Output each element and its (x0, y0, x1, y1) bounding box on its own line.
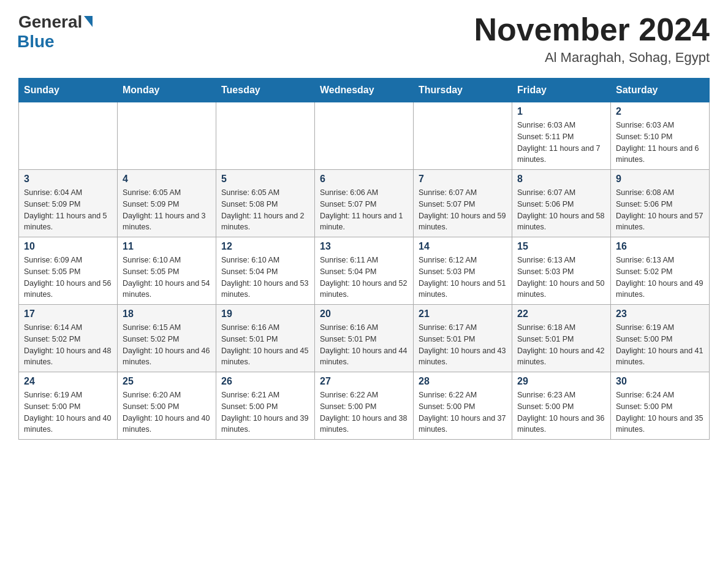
calendar-week-row: 17Sunrise: 6:14 AMSunset: 5:02 PMDayligh… (19, 305, 710, 372)
calendar-cell: 18Sunrise: 6:15 AMSunset: 5:02 PMDayligh… (118, 305, 216, 372)
calendar-cell: 14Sunrise: 6:12 AMSunset: 5:03 PMDayligh… (414, 237, 512, 305)
day-number: 11 (123, 241, 211, 252)
logo-word-general: General (18, 12, 82, 32)
day-number: 26 (221, 376, 309, 387)
column-header-tuesday: Tuesday (216, 79, 315, 102)
day-info: Sunrise: 6:24 AMSunset: 5:00 PMDaylight:… (616, 389, 704, 435)
calendar-cell: 2Sunrise: 6:03 AMSunset: 5:10 PMDaylight… (611, 102, 710, 170)
calendar-cell (315, 102, 414, 170)
day-info: Sunrise: 6:09 AMSunset: 5:05 PMDaylight:… (24, 255, 112, 301)
day-number: 12 (221, 241, 309, 252)
calendar-cell: 8Sunrise: 6:07 AMSunset: 5:06 PMDaylight… (512, 170, 611, 237)
day-number: 24 (24, 376, 112, 387)
calendar-body: 1Sunrise: 6:03 AMSunset: 5:11 PMDaylight… (19, 102, 710, 440)
calendar-cell: 20Sunrise: 6:16 AMSunset: 5:01 PMDayligh… (315, 305, 414, 372)
calendar-cell (414, 102, 512, 170)
calendar-cell: 29Sunrise: 6:23 AMSunset: 5:00 PMDayligh… (512, 372, 611, 440)
day-number: 15 (517, 241, 605, 252)
day-number: 7 (419, 174, 507, 185)
day-info: Sunrise: 6:22 AMSunset: 5:00 PMDaylight:… (419, 389, 507, 435)
calendar-cell: 11Sunrise: 6:10 AMSunset: 5:05 PMDayligh… (118, 237, 216, 305)
calendar-cell: 5Sunrise: 6:05 AMSunset: 5:08 PMDaylight… (216, 170, 315, 237)
calendar-cell: 13Sunrise: 6:11 AMSunset: 5:04 PMDayligh… (315, 237, 414, 305)
calendar-cell: 21Sunrise: 6:17 AMSunset: 5:01 PMDayligh… (414, 305, 512, 372)
column-header-saturday: Saturday (611, 79, 710, 102)
calendar-week-row: 10Sunrise: 6:09 AMSunset: 5:05 PMDayligh… (19, 237, 710, 305)
day-number: 1 (517, 106, 605, 117)
day-number: 13 (320, 241, 408, 252)
day-info: Sunrise: 6:07 AMSunset: 5:06 PMDaylight:… (517, 187, 605, 233)
calendar-cell: 4Sunrise: 6:05 AMSunset: 5:09 PMDaylight… (118, 170, 216, 237)
calendar-cell: 12Sunrise: 6:10 AMSunset: 5:04 PMDayligh… (216, 237, 315, 305)
calendar-cell: 17Sunrise: 6:14 AMSunset: 5:02 PMDayligh… (19, 305, 118, 372)
logo-triangle-icon (84, 16, 93, 27)
day-number: 17 (24, 308, 112, 320)
day-info: Sunrise: 6:23 AMSunset: 5:00 PMDaylight:… (517, 389, 605, 435)
day-number: 9 (616, 174, 704, 185)
day-number: 20 (320, 308, 408, 320)
column-header-monday: Monday (118, 79, 216, 102)
day-info: Sunrise: 6:19 AMSunset: 5:00 PMDaylight:… (616, 322, 704, 368)
calendar-cell: 30Sunrise: 6:24 AMSunset: 5:00 PMDayligh… (611, 372, 710, 440)
calendar-cell: 23Sunrise: 6:19 AMSunset: 5:00 PMDayligh… (611, 305, 710, 372)
calendar-cell: 28Sunrise: 6:22 AMSunset: 5:00 PMDayligh… (414, 372, 512, 440)
page-header: General Blue November 2024 Al Maraghah, … (18, 12, 710, 66)
logo: General Blue (18, 12, 93, 52)
calendar-subtitle: Al Maraghah, Sohag, Egypt (474, 50, 710, 66)
day-info: Sunrise: 6:07 AMSunset: 5:07 PMDaylight:… (419, 187, 507, 233)
column-header-friday: Friday (512, 79, 611, 102)
calendar-week-row: 3Sunrise: 6:04 AMSunset: 5:09 PMDaylight… (19, 170, 710, 237)
calendar-cell: 6Sunrise: 6:06 AMSunset: 5:07 PMDaylight… (315, 170, 414, 237)
day-number: 3 (24, 174, 112, 185)
calendar-title: November 2024 (474, 12, 710, 47)
day-info: Sunrise: 6:10 AMSunset: 5:05 PMDaylight:… (123, 255, 211, 301)
day-info: Sunrise: 6:15 AMSunset: 5:02 PMDaylight:… (123, 322, 211, 368)
day-info: Sunrise: 6:08 AMSunset: 5:06 PMDaylight:… (616, 187, 704, 233)
calendar-cell: 15Sunrise: 6:13 AMSunset: 5:03 PMDayligh… (512, 237, 611, 305)
column-header-thursday: Thursday (414, 79, 512, 102)
day-info: Sunrise: 6:12 AMSunset: 5:03 PMDaylight:… (419, 255, 507, 301)
day-number: 16 (616, 241, 704, 252)
day-number: 4 (123, 174, 211, 185)
day-info: Sunrise: 6:19 AMSunset: 5:00 PMDaylight:… (24, 389, 112, 435)
day-info: Sunrise: 6:06 AMSunset: 5:07 PMDaylight:… (320, 187, 408, 233)
day-number: 2 (616, 106, 704, 117)
calendar-cell: 16Sunrise: 6:13 AMSunset: 5:02 PMDayligh… (611, 237, 710, 305)
calendar-cell: 25Sunrise: 6:20 AMSunset: 5:00 PMDayligh… (118, 372, 216, 440)
day-info: Sunrise: 6:13 AMSunset: 5:03 PMDaylight:… (517, 255, 605, 301)
logo-word-blue: Blue (17, 32, 55, 52)
calendar-cell: 27Sunrise: 6:22 AMSunset: 5:00 PMDayligh… (315, 372, 414, 440)
day-number: 8 (517, 174, 605, 185)
calendar-cell: 1Sunrise: 6:03 AMSunset: 5:11 PMDaylight… (512, 102, 611, 170)
day-number: 10 (24, 241, 112, 252)
day-number: 25 (123, 376, 211, 387)
calendar-cell: 9Sunrise: 6:08 AMSunset: 5:06 PMDaylight… (611, 170, 710, 237)
calendar-cell (19, 102, 118, 170)
calendar-cell: 3Sunrise: 6:04 AMSunset: 5:09 PMDaylight… (19, 170, 118, 237)
day-info: Sunrise: 6:13 AMSunset: 5:02 PMDaylight:… (616, 255, 704, 301)
day-number: 19 (221, 308, 309, 320)
day-info: Sunrise: 6:05 AMSunset: 5:08 PMDaylight:… (221, 187, 309, 233)
day-number: 30 (616, 376, 704, 387)
calendar-cell: 24Sunrise: 6:19 AMSunset: 5:00 PMDayligh… (19, 372, 118, 440)
calendar-cell: 26Sunrise: 6:21 AMSunset: 5:00 PMDayligh… (216, 372, 315, 440)
day-number: 28 (419, 376, 507, 387)
calendar-cell: 22Sunrise: 6:18 AMSunset: 5:01 PMDayligh… (512, 305, 611, 372)
day-number: 18 (123, 308, 211, 320)
day-number: 23 (616, 308, 704, 320)
header-row: SundayMondayTuesdayWednesdayThursdayFrid… (19, 79, 710, 102)
day-number: 27 (320, 376, 408, 387)
day-number: 5 (221, 174, 309, 185)
day-info: Sunrise: 6:16 AMSunset: 5:01 PMDaylight:… (320, 322, 408, 368)
calendar-table: SundayMondayTuesdayWednesdayThursdayFrid… (18, 78, 710, 440)
day-info: Sunrise: 6:03 AMSunset: 5:11 PMDaylight:… (517, 120, 605, 166)
day-number: 6 (320, 174, 408, 185)
calendar-cell: 10Sunrise: 6:09 AMSunset: 5:05 PMDayligh… (19, 237, 118, 305)
calendar-cell: 19Sunrise: 6:16 AMSunset: 5:01 PMDayligh… (216, 305, 315, 372)
day-info: Sunrise: 6:03 AMSunset: 5:10 PMDaylight:… (616, 120, 704, 166)
day-number: 14 (419, 241, 507, 252)
calendar-header: SundayMondayTuesdayWednesdayThursdayFrid… (19, 79, 710, 102)
title-block: November 2024 Al Maraghah, Sohag, Egypt (474, 12, 710, 66)
column-header-wednesday: Wednesday (315, 79, 414, 102)
day-info: Sunrise: 6:05 AMSunset: 5:09 PMDaylight:… (123, 187, 211, 233)
